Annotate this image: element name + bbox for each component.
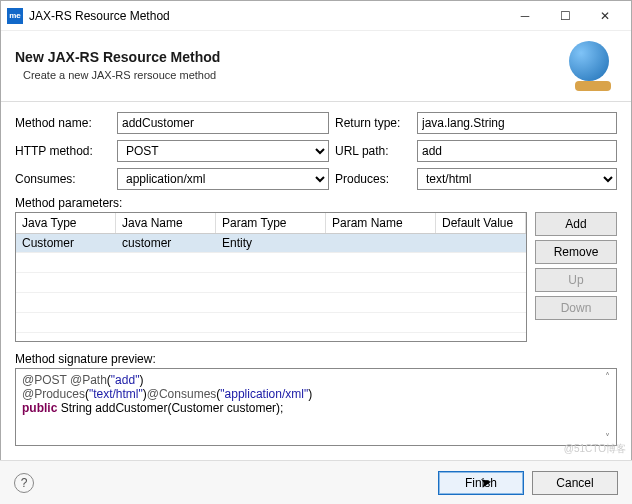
method-name-input[interactable] — [117, 112, 329, 134]
produces-label: Produces: — [335, 172, 411, 186]
dialog-header: New JAX-RS Resource Method Create a new … — [1, 31, 631, 102]
scroll-up-icon[interactable]: ˄ — [605, 371, 610, 382]
return-type-label: Return type: — [335, 116, 411, 130]
cell-java-type: Customer — [16, 234, 116, 252]
col-default-value[interactable]: Default Value — [436, 213, 526, 233]
url-path-input[interactable] — [417, 140, 617, 162]
cancel-button[interactable]: Cancel — [532, 471, 618, 495]
title-bar: me JAX-RS Resource Method ─ ☐ ✕ — [1, 1, 631, 31]
cell-java-name: customer — [116, 234, 216, 252]
http-method-select[interactable]: POST — [117, 140, 329, 162]
col-java-name[interactable]: Java Name — [116, 213, 216, 233]
down-button[interactable]: Down — [535, 296, 617, 320]
signature-preview: @POST @Path("add") @Produces("text/html"… — [15, 368, 617, 446]
signature-label: Method signature preview: — [15, 352, 617, 366]
consumes-select[interactable]: application/xml — [117, 168, 329, 190]
method-name-label: Method name: — [15, 116, 111, 130]
cell-default-value — [436, 234, 526, 252]
window-title: JAX-RS Resource Method — [29, 9, 505, 23]
table-row[interactable] — [16, 313, 526, 333]
app-icon: me — [7, 8, 23, 24]
finish-button[interactable]: Finish — [438, 471, 524, 495]
http-method-label: HTTP method: — [15, 144, 111, 158]
col-java-type[interactable]: Java Type — [16, 213, 116, 233]
remove-button[interactable]: Remove — [535, 240, 617, 264]
col-param-name[interactable]: Param Name — [326, 213, 436, 233]
parameters-table[interactable]: Java Type Java Name Param Type Param Nam… — [15, 212, 527, 342]
consumes-label: Consumes: — [15, 172, 111, 186]
globe-icon — [569, 41, 617, 89]
parameters-section-label: Method parameters: — [15, 196, 617, 210]
table-row[interactable] — [16, 253, 526, 273]
return-type-input[interactable] — [417, 112, 617, 134]
table-row[interactable]: Customer customer Entity — [16, 234, 526, 253]
scroll-down-icon[interactable]: ˅ — [605, 432, 610, 443]
add-button[interactable]: Add — [535, 212, 617, 236]
table-header: Java Type Java Name Param Type Param Nam… — [16, 213, 526, 234]
table-row[interactable] — [16, 273, 526, 293]
col-param-type[interactable]: Param Type — [216, 213, 326, 233]
up-button[interactable]: Up — [535, 268, 617, 292]
produces-select[interactable]: text/html — [417, 168, 617, 190]
form-area: Method name: Return type: HTTP method: P… — [1, 102, 631, 446]
dialog-footer: ? Finish Cancel — [0, 460, 632, 504]
help-button[interactable]: ? — [14, 473, 34, 493]
minimize-button[interactable]: ─ — [505, 2, 545, 30]
close-button[interactable]: ✕ — [585, 2, 625, 30]
dialog-subtitle: Create a new JAX-RS rersouce method — [15, 69, 569, 81]
cell-param-name — [326, 234, 436, 252]
dialog-title: New JAX-RS Resource Method — [15, 49, 569, 65]
cell-param-type: Entity — [216, 234, 326, 252]
maximize-button[interactable]: ☐ — [545, 2, 585, 30]
url-path-label: URL path: — [335, 144, 411, 158]
table-row[interactable] — [16, 293, 526, 313]
